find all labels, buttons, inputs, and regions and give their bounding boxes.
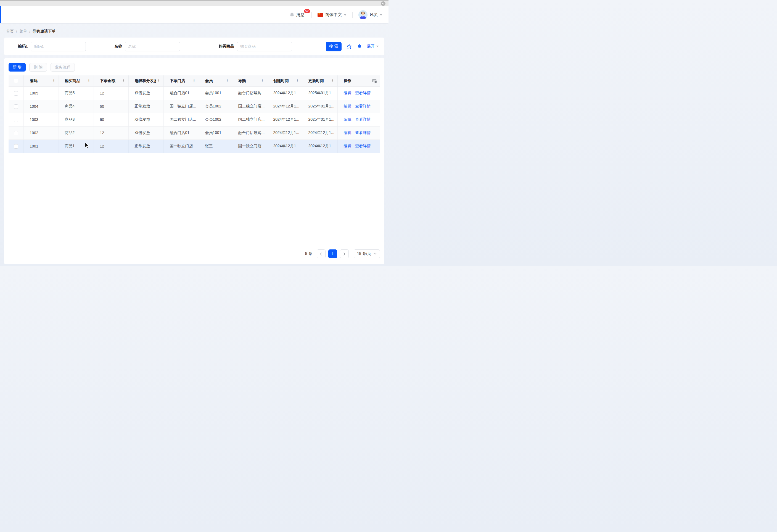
column-header-label: 下单金额: [100, 79, 115, 83]
table-row[interactable]: 1002商品212双倍发放融合门店01会员1001融合门店导购...2024年1…: [9, 126, 380, 139]
table-row[interactable]: 1003商品360双倍发放国二独立门店...会员1002国二独立门店...202…: [9, 113, 380, 126]
row-checkbox[interactable]: [14, 144, 18, 148]
next-page-button[interactable]: [340, 249, 349, 258]
china-flag-icon: ★: [318, 13, 323, 17]
column-header: 购买商品⋮: [59, 76, 94, 87]
table-row[interactable]: 1005商品512双倍发放融合门店01会员1001融合门店导购...2024年1…: [9, 87, 380, 100]
language-switcher[interactable]: ★ 简体中文: [318, 12, 346, 17]
breadcrumb-menu[interactable]: 菜单: [19, 29, 27, 34]
column-menu-icon[interactable]: ⋮: [156, 79, 162, 83]
table-cell: 国一独立门店...: [163, 139, 199, 153]
row-checkbox[interactable]: [14, 118, 18, 122]
column-header: 编码⋮: [23, 76, 59, 87]
table-cell: 2024年12月1...: [267, 139, 302, 153]
name-field-label: 名称: [114, 44, 122, 49]
code-input[interactable]: [31, 42, 86, 51]
business-flow-button[interactable]: 业务流程: [50, 63, 75, 72]
column-settings-icon[interactable]: [372, 79, 378, 83]
edit-link[interactable]: 编辑: [344, 117, 351, 122]
chevron-down-icon: [382, 3, 384, 5]
product-field-label: 购买商品: [219, 44, 234, 49]
chevron-left-icon: [320, 252, 323, 255]
star-icon: [346, 44, 352, 49]
row-checkbox[interactable]: [14, 91, 18, 96]
column-header: 下单门店⋮: [163, 76, 199, 87]
table-cell: 正常发放: [128, 100, 163, 113]
name-input[interactable]: [125, 42, 180, 51]
table-cell: 会员1002: [199, 113, 232, 126]
edit-link[interactable]: 编辑: [344, 130, 351, 135]
table-cell: 双倍发放: [128, 126, 163, 139]
column-menu-icon[interactable]: ⋮: [121, 79, 127, 83]
column-menu-icon[interactable]: ⋮: [191, 79, 197, 83]
table-cell: 融合门店01: [163, 126, 199, 139]
table-row[interactable]: 1001商品112正常发放国一独立门店...张三国一独立门店...2024年12…: [9, 139, 380, 153]
favorite-star-button[interactable]: [346, 44, 352, 49]
edit-link[interactable]: 编辑: [344, 144, 351, 148]
column-header-label: 下单门店: [170, 79, 185, 83]
view-detail-link[interactable]: 查看详情: [355, 104, 371, 109]
chevron-down-icon: [380, 14, 382, 16]
view-detail-link[interactable]: 查看详情: [355, 130, 371, 135]
navbar-accent-bar: [0, 6, 1, 23]
table-cell: 商品3: [59, 113, 94, 126]
page-1-button[interactable]: 1: [328, 249, 337, 258]
table-cell: 2024年12月1...: [267, 100, 302, 113]
page-title: 导购邀请下单: [32, 29, 56, 34]
column-header-label: 会员: [205, 79, 213, 83]
table-cell: 会员1002: [199, 100, 232, 113]
row-checkbox[interactable]: [14, 131, 18, 135]
edit-link[interactable]: 编辑: [344, 104, 351, 109]
code-field-label: 编码1: [18, 44, 28, 49]
row-checkbox[interactable]: [14, 104, 18, 109]
column-header: 导购⋮: [232, 76, 267, 87]
bell-icon: [290, 12, 294, 17]
nav-divider: [352, 12, 353, 18]
search-panel: 编码1 名称 购买商品 搜 索 展开: [4, 37, 384, 55]
chevron-down-icon: [373, 253, 376, 255]
column-menu-icon[interactable]: ⋮: [224, 79, 230, 83]
column-header-label: 选择积分发放...: [135, 79, 156, 83]
orders-table: 编码⋮购买商品⋮下单金额⋮选择积分发放...⋮下单门店⋮会员⋮导购⋮创建时间⋮更…: [9, 76, 380, 153]
table-cell: 融合门店导购...: [232, 87, 267, 100]
column-menu-icon[interactable]: ⋮: [295, 79, 301, 83]
clear-filters-button[interactable]: [357, 44, 362, 49]
table-row[interactable]: 1004商品460正常发放国一独立门店...会员1002国二独立门店...202…: [9, 100, 380, 113]
column-menu-icon[interactable]: ⋮: [259, 79, 265, 83]
delete-button[interactable]: 删 除: [29, 63, 47, 72]
top-navbar: 消息 57 ★ 简体中文 风灵: [0, 6, 388, 23]
page-size-select[interactable]: 15 条/页: [354, 249, 380, 258]
collapse-toolbar-button[interactable]: [381, 1, 385, 6]
breadcrumb-home[interactable]: 首页: [6, 29, 14, 34]
column-header-label: 创建时间: [273, 79, 289, 83]
search-field-product: 购买商品: [219, 42, 292, 51]
select-all-checkbox[interactable]: [14, 79, 18, 83]
column-menu-icon[interactable]: ⋮: [86, 79, 92, 83]
table-header-row: 编码⋮购买商品⋮下单金额⋮选择积分发放...⋮下单门店⋮会员⋮导购⋮创建时间⋮更…: [9, 76, 380, 87]
product-input[interactable]: [237, 42, 292, 51]
breadcrumb-separator: /: [29, 29, 30, 34]
prev-page-button[interactable]: [317, 249, 326, 258]
column-menu-icon[interactable]: ⋮: [330, 79, 336, 83]
table-cell: 正常发放: [128, 139, 163, 153]
table-cell: 2025年01月1...: [302, 87, 337, 100]
table-cell: 商品1: [59, 139, 94, 153]
table-cell: 60: [94, 100, 128, 113]
table-cell: 商品4: [59, 100, 94, 113]
view-detail-link[interactable]: 查看详情: [355, 144, 371, 148]
user-menu[interactable]: 风灵: [358, 10, 382, 19]
view-detail-link[interactable]: 查看详情: [355, 91, 371, 96]
edit-link[interactable]: 编辑: [344, 91, 351, 96]
table-cell: 融合门店导购...: [232, 126, 267, 139]
expand-filters-button[interactable]: 展开: [367, 44, 379, 49]
column-header: 选择积分发放...⋮: [128, 76, 163, 87]
column-header-label: 购买商品: [65, 79, 80, 83]
column-header-label: 更新时间: [308, 79, 324, 83]
chevron-right-icon: [343, 252, 346, 255]
messages-button[interactable]: 消息 57: [290, 12, 306, 17]
search-button[interactable]: 搜 索: [326, 42, 342, 51]
table-cell: 国二独立门店...: [163, 113, 199, 126]
add-button[interactable]: 新 增: [9, 63, 26, 72]
view-detail-link[interactable]: 查看详情: [355, 117, 371, 122]
column-menu-icon[interactable]: ⋮: [51, 79, 57, 83]
